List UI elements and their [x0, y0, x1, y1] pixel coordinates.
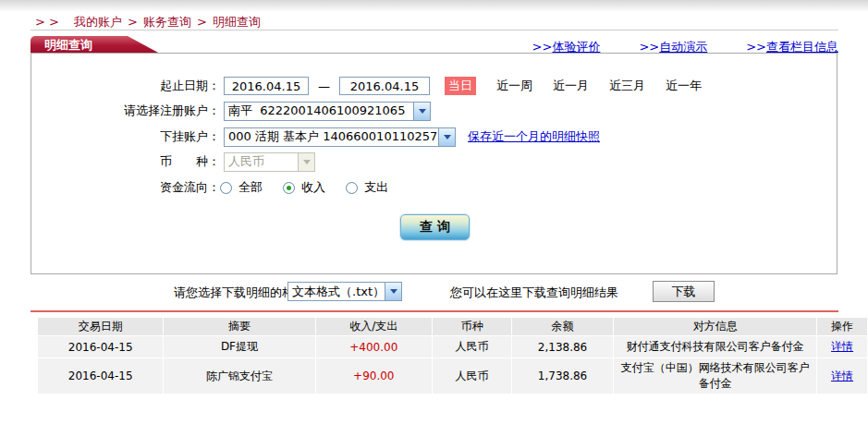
radio-dot-icon	[287, 186, 291, 190]
date-range-separator: —	[318, 79, 330, 93]
cell-currency: 人民币	[433, 358, 511, 394]
sub-account-row: 下挂账户： 000 活期 基本户 1406600101102571848 保存近…	[31, 127, 837, 147]
radio-icon[interactable]	[283, 182, 295, 194]
header-action: 操作	[817, 318, 867, 335]
today-button[interactable]: 当日	[445, 77, 476, 95]
table-row: 2016-04-15 陈广锦支付宝 +90.00 人民币 1,738.86 支付…	[38, 358, 867, 394]
breadcrumb-prefix: > >	[35, 15, 59, 29]
breadcrumb-divider	[31, 30, 838, 30]
header-income-expense: 收入/支出	[316, 318, 433, 335]
select-arrow-button[interactable]	[385, 283, 401, 300]
radio-icon[interactable]	[220, 182, 232, 194]
last-month-link[interactable]: 近一月	[553, 78, 589, 94]
chevron-down-icon	[444, 135, 451, 139]
header-summary: 摘要	[164, 318, 314, 335]
detail-link[interactable]: 详情	[831, 369, 853, 382]
end-date-input[interactable]	[339, 77, 430, 95]
cell-balance: 1,738.86	[512, 358, 614, 394]
currency-row: 币 种： 人民币	[31, 151, 837, 172]
radio-all-label: 全部	[238, 179, 263, 196]
top-gradient	[0, 0, 868, 12]
table-top-divider	[31, 310, 838, 312]
last-three-months-link[interactable]: 近三月	[609, 78, 645, 94]
query-form-panel: 起止日期： — 当日 近一周 近一月 近三月 近一年 请选择注册账户： 南平 6…	[31, 53, 837, 274]
quick-range-links: 近一周 近一月 近三月 近一年	[496, 78, 702, 94]
currency-label: 币 种：	[31, 153, 220, 170]
cell-balance: 2,138.86	[512, 336, 614, 357]
last-week-link[interactable]: 近一周	[496, 78, 532, 94]
fund-flow-row: 资金流向： 全部 收入 支出	[31, 177, 837, 198]
table-row: 2016-04-15 DF提现 +400.00 人民币 2,138.86 财付通…	[38, 336, 867, 357]
chevron-down-icon	[303, 160, 311, 164]
fund-flow-label: 资金流向：	[31, 179, 220, 196]
sub-account-value: 000 活期 基本户 1406600101102571848	[225, 128, 438, 145]
cell-trade-date: 2016-04-15	[38, 336, 163, 357]
date-range-row: 起止日期： — 当日 近一周 近一月 近三月 近一年	[31, 76, 837, 96]
link-arrows: >>	[639, 40, 659, 54]
download-hint-label: 您可以在这里下载查询明细结果	[450, 285, 618, 301]
date-range-label: 起止日期：	[31, 78, 220, 94]
radio-expense-label: 支出	[364, 179, 388, 196]
header-trade-date: 交易日期	[38, 318, 163, 335]
select-arrow-button[interactable]	[413, 103, 430, 120]
start-date-input[interactable]	[224, 77, 309, 95]
download-format-value: 文本格式（.txt）	[288, 284, 385, 300]
breadcrumb-item-detail-query: 明细查询	[213, 15, 261, 29]
currency-select-disabled: 人民币	[224, 152, 315, 172]
register-account-row: 请选择注册账户： 南平 6222001406100921065 灵通卡	[31, 101, 837, 121]
link-arrows: >>	[746, 40, 766, 54]
breadcrumb-item-account-query[interactable]: 账务查询	[143, 15, 191, 29]
select-arrow-button	[298, 153, 314, 171]
radio-income[interactable]: 收入	[283, 179, 325, 196]
header-balance: 余额	[512, 318, 614, 335]
download-format-select[interactable]: 文本格式（.txt）	[287, 282, 402, 301]
header-counterparty: 对方信息	[614, 318, 816, 335]
cell-summary: DF提现	[164, 336, 314, 357]
register-account-value: 南平 6222001406100921065 灵通卡	[225, 103, 413, 119]
link-arrows: >>	[532, 40, 553, 54]
download-button[interactable]: 下载	[653, 281, 715, 302]
query-button[interactable]: 查 询	[400, 214, 470, 240]
chevron-down-icon	[419, 109, 426, 114]
header-currency: 币种	[433, 318, 511, 335]
cell-amount: +400.00	[316, 336, 433, 357]
breadcrumb-separator: >	[128, 15, 138, 29]
cell-amount: +90.00	[316, 358, 433, 394]
chevron-down-icon	[390, 289, 397, 294]
page: > > 我的账户>账务查询>明细查询 明细查询 >>体验评价 >>自动演示 >>…	[0, 0, 868, 424]
radio-expense[interactable]: 支出	[346, 179, 388, 196]
radio-income-label: 收入	[301, 179, 325, 196]
cell-summary: 陈广锦支付宝	[164, 358, 314, 394]
currency-value: 人民币	[225, 153, 298, 170]
detail-link[interactable]: 详情	[831, 340, 853, 353]
register-account-select[interactable]: 南平 6222001406100921065 灵通卡	[224, 102, 431, 121]
register-account-label: 请选择注册账户：	[31, 103, 220, 119]
cell-counterparty: 财付通支付科技有限公司客户备付金	[614, 336, 816, 357]
table-header-row: 交易日期 摘要 收入/支出 币种 余额 对方信息 操作	[38, 318, 867, 335]
breadcrumb-separator: >	[197, 15, 207, 29]
radio-icon[interactable]	[346, 182, 358, 194]
transaction-table: 交易日期 摘要 收入/支出 币种 余额 对方信息 操作 2016-04-15 D…	[37, 317, 868, 394]
last-year-link[interactable]: 近一年	[666, 78, 702, 94]
sub-account-select[interactable]: 000 活期 基本户 1406600101102571848	[224, 127, 456, 147]
download-format-label: 请您选择下载明细的格式	[174, 285, 306, 301]
cell-counterparty: 支付宝（中国）网络技术有限公司客户备付金	[614, 358, 816, 394]
breadcrumb-spacer	[65, 15, 68, 29]
breadcrumb-item-my-account[interactable]: 我的账户	[74, 15, 122, 29]
cell-trade-date: 2016-04-15	[38, 358, 163, 394]
sub-account-label: 下挂账户：	[31, 128, 220, 145]
radio-all[interactable]: 全部	[220, 179, 263, 196]
save-monthly-snapshot-link[interactable]: 保存近一个月的明细快照	[468, 128, 600, 145]
cell-currency: 人民币	[433, 336, 511, 357]
select-arrow-button[interactable]	[438, 128, 455, 146]
